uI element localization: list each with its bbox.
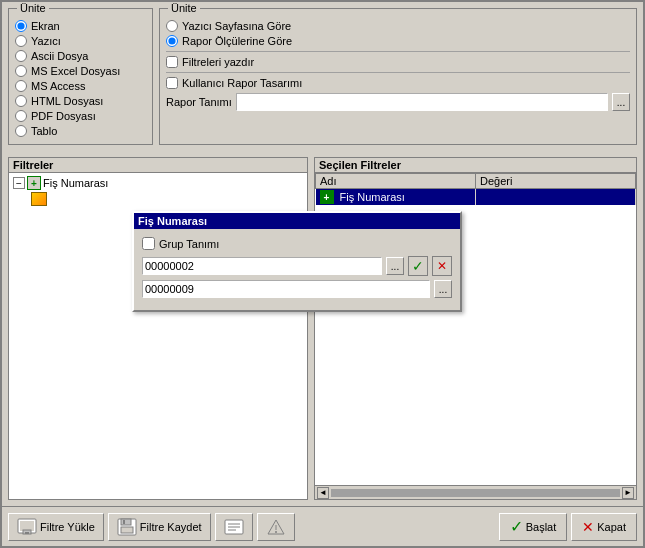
- tree-sub-icon: [31, 192, 47, 206]
- rapor-tanimi-label: Rapor Tanımı: [166, 96, 232, 108]
- filter-row-0[interactable]: + Fiş Numarası: [316, 189, 636, 206]
- radio-msexcel-label: MS Excel Dosyası: [31, 65, 120, 77]
- filtreleri-yazdir-row: Filtreleri yazdır: [166, 56, 630, 68]
- filtreleri-yazdir-checkbox[interactable]: [166, 56, 178, 68]
- filtre-kaydet-icon: [117, 517, 137, 537]
- radio-tablo-label: Tablo: [31, 125, 57, 137]
- bottom-section: Filtreler − + Fiş Numarası Seçilen Filtr…: [2, 151, 643, 506]
- radio-ekran: Ekran: [15, 20, 146, 32]
- radio-ascii-input[interactable]: [15, 50, 27, 62]
- rapor-tanimi-input[interactable]: [236, 93, 608, 111]
- scroll-track: [331, 489, 620, 497]
- radio-pdf-label: PDF Dosyası: [31, 110, 96, 122]
- unite-right-title: Ünite: [168, 2, 200, 14]
- fis-value1-row: ... ✓ ✕: [142, 256, 452, 276]
- filtre-kaydet-label: Filtre Kaydet: [140, 521, 202, 533]
- radio-yazici-sayfa: Yazıcı Sayfasına Göre: [166, 20, 630, 32]
- unite-left-title: Ünite: [17, 2, 49, 14]
- radio-ascii: Ascii Dosya: [15, 50, 146, 62]
- radio-msaccess: MS Access: [15, 80, 146, 92]
- fis-ok-icon: ✓: [412, 258, 424, 274]
- fis-cancel-btn[interactable]: ✕: [432, 256, 452, 276]
- basla-check-icon: ✓: [510, 517, 523, 536]
- fis-value1-input[interactable]: [142, 257, 382, 275]
- filtreler-title: Filtreler: [9, 158, 307, 173]
- col-degeri: Değeri: [476, 174, 636, 189]
- radio-yazici: Yazıcı: [15, 35, 146, 47]
- main-window: Ünite Ekran Yazıcı Ascii Dosya MS Excel …: [0, 0, 645, 548]
- radio-msexcel-input[interactable]: [15, 65, 27, 77]
- secilen-filtreler-title: Seçilen Filtreler: [315, 158, 636, 173]
- radio-tablo-input[interactable]: [15, 125, 27, 137]
- tree-fis-label: Fiş Numarası: [43, 177, 108, 189]
- col-adi: Adı: [316, 174, 476, 189]
- radio-rapor-olcu-label: Rapor Ölçülerine Göre: [182, 35, 292, 47]
- fis-popup-titlebar: Fiş Numarası: [134, 213, 460, 229]
- scroll-bottom: ◄ ►: [315, 485, 636, 499]
- toolbar-btn-3[interactable]: [215, 513, 253, 541]
- filtre-kaydet-button[interactable]: Filtre Kaydet: [108, 513, 211, 541]
- kullanici-rapor-row: Kullanıcı Rapor Tasarımı: [166, 77, 630, 89]
- toolbar-icon-4: [266, 517, 286, 537]
- filter-row-degeri: [476, 189, 636, 206]
- basla-label: Başlat: [526, 521, 557, 533]
- toolbar: Filtre Yükle Filtre Kaydet: [2, 506, 643, 546]
- radio-yazici-sayfa-input[interactable]: [166, 20, 178, 32]
- radio-ekran-label: Ekran: [31, 20, 60, 32]
- filtre-yukle-button[interactable]: Filtre Yükle: [8, 513, 104, 541]
- radio-ascii-label: Ascii Dosya: [31, 50, 88, 62]
- tree-plus-box-icon: +: [27, 176, 41, 190]
- tree-collapse-icon[interactable]: −: [13, 177, 25, 189]
- basla-button[interactable]: ✓ Başlat: [499, 513, 568, 541]
- top-section: Ünite Ekran Yazıcı Ascii Dosya MS Excel …: [2, 2, 643, 151]
- svg-rect-5: [121, 519, 131, 525]
- svg-rect-6: [121, 527, 133, 533]
- tree-fis-row: − + Fiş Numarası: [11, 175, 305, 191]
- fis-value1-browse-btn[interactable]: ...: [386, 257, 404, 275]
- filter-row-adi: + Fiş Numarası: [316, 189, 476, 206]
- rapor-tanimi-browse-btn[interactable]: ...: [612, 93, 630, 111]
- toolbar-icon-3: [224, 517, 244, 537]
- scroll-right-arrow[interactable]: ►: [622, 487, 634, 499]
- radio-html-input[interactable]: [15, 95, 27, 107]
- svg-point-14: [275, 531, 277, 533]
- radio-html: HTML Dosyası: [15, 95, 146, 107]
- radio-tablo: Tablo: [15, 125, 146, 137]
- radio-ekran-input[interactable]: [15, 20, 27, 32]
- filtreler-panel: Filtreler − + Fiş Numarası: [8, 157, 308, 500]
- filtreleri-yazdir-label: Filtreleri yazdır: [182, 56, 254, 68]
- filter-fis-label: Fiş Numarası: [340, 191, 405, 203]
- fis-ok-btn[interactable]: ✓: [408, 256, 428, 276]
- radio-yazici-label: Yazıcı: [31, 35, 61, 47]
- radio-msaccess-input[interactable]: [15, 80, 27, 92]
- radio-msexcel: MS Excel Dosyası: [15, 65, 146, 77]
- svg-rect-3: [25, 532, 29, 534]
- fis-value2-input[interactable]: [142, 280, 430, 298]
- kapat-button[interactable]: ✕ Kapat: [571, 513, 637, 541]
- filter-plus-icon: +: [320, 190, 334, 204]
- fis-popup-title: Fiş Numarası: [138, 215, 207, 227]
- fis-value2-row: ...: [142, 280, 452, 298]
- tree-sub-row: [11, 191, 305, 207]
- radio-rapor-olcu-input[interactable]: [166, 35, 178, 47]
- radio-yazici-input[interactable]: [15, 35, 27, 47]
- toolbar-btn-4[interactable]: [257, 513, 295, 541]
- radio-pdf-input[interactable]: [15, 110, 27, 122]
- fis-value2-browse-btn[interactable]: ...: [434, 280, 452, 298]
- svg-rect-7: [123, 520, 125, 524]
- secilen-filtreler-panel: Seçilen Filtreler Adı Değeri + Fiş Numar…: [314, 157, 637, 500]
- radio-html-label: HTML Dosyası: [31, 95, 103, 107]
- radio-msaccess-label: MS Access: [31, 80, 85, 92]
- radio-yazici-sayfa-label: Yazıcı Sayfasına Göre: [182, 20, 291, 32]
- kullanici-rapor-checkbox[interactable]: [166, 77, 178, 89]
- filtre-yukle-icon: [17, 517, 37, 537]
- filter-table: Adı Değeri + Fiş Numarası: [315, 173, 636, 205]
- unite-right-group: Ünite Yazıcı Sayfasına Göre Rapor Ölçüle…: [159, 8, 637, 145]
- scroll-left-arrow[interactable]: ◄: [317, 487, 329, 499]
- kapat-x-icon: ✕: [582, 519, 594, 535]
- fis-grup-label: Grup Tanımı: [159, 238, 219, 250]
- fis-popup-body: Grup Tanımı ... ✓ ✕ ...: [134, 229, 460, 310]
- kapat-label: Kapat: [597, 521, 626, 533]
- filtre-yukle-label: Filtre Yükle: [40, 521, 95, 533]
- fis-grup-checkbox[interactable]: [142, 237, 155, 250]
